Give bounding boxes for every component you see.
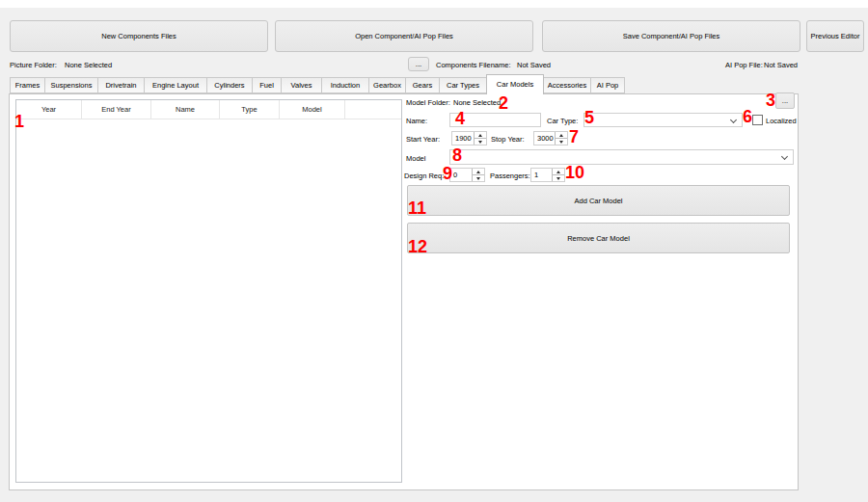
previous-editor-button[interactable]: Previous Editor [806,20,864,52]
spin-down-icon[interactable] [553,175,564,181]
add-car-model-label: Add Car Model [574,197,622,205]
annotation-7: 7 [569,128,579,145]
tab-drivetrain[interactable]: Drivetrain [97,77,145,93]
model-select[interactable] [449,149,794,165]
previous-editor-label: Previous Editor [811,32,860,40]
picture-folder-value: None Selected [65,60,112,70]
list-column-end-year[interactable]: End Year [82,100,151,119]
spin-up-icon[interactable] [475,132,486,139]
list-column-filler [345,100,401,119]
list-column-model[interactable]: Model [280,100,345,119]
name-label: Name: [406,116,427,126]
annotation-6: 6 [743,108,752,125]
design-req-spinner[interactable]: 0 [449,168,485,182]
add-car-model-button[interactable]: Add Car Model [407,185,790,216]
list-column-type[interactable]: Type [220,100,280,119]
ai-pop-file-label: AI Pop File: [725,60,763,70]
passengers-value: 1 [531,169,552,181]
spin-up-icon[interactable] [556,132,567,139]
car-models-list[interactable]: YearEnd YearNameTypeModel [15,99,402,483]
model-folder-browse-button[interactable]: ... [775,92,795,109]
open-components-files-button[interactable]: Open Component/AI Pop Files [275,20,533,52]
annotation-10: 10 [565,164,584,181]
save-components-files-button[interactable]: Save Component/AI Pop Files [542,20,800,52]
stop-year-value: 3000 [534,132,555,145]
tab-gearbox[interactable]: Gearbox [368,77,406,93]
tab-suspensions[interactable]: Suspensions [44,77,98,93]
picture-folder-browse-label: ... [416,60,422,68]
stop-year-spinner[interactable]: 3000 [533,131,568,145]
tab-fuel[interactable]: Fuel [252,77,282,93]
tab-induction[interactable]: Induction [321,77,369,93]
stop-year-label: Stop Year: [491,134,525,145]
design-req-updown [472,169,484,181]
model-label: Model [406,153,425,164]
annotation-12: 12 [408,238,427,255]
spin-down-icon[interactable] [475,139,486,145]
spin-up-icon[interactable] [553,169,564,175]
model-folder-label: Model Folder: [406,97,450,108]
model-folder-value: None Selected [453,97,501,108]
annotation-4: 4 [455,110,465,127]
ai-pop-file-value: Not Saved [764,60,798,70]
passengers-updown [552,169,564,181]
car-type-select[interactable] [583,113,743,127]
tab-cylinders[interactable]: Cylinders [206,77,253,93]
localized-checkbox[interactable] [752,115,763,125]
start-year-value: 1900 [452,132,474,145]
design-req-label: Design Req: [404,171,444,181]
annotation-2: 2 [499,94,508,112]
picture-folder-label: Picture Folder: [10,60,57,70]
stop-year-updown [555,132,567,145]
tab-engine-layout[interactable]: Engine Layout [144,77,207,93]
open-components-files-label: Open Component/AI Pop Files [355,32,453,40]
components-filename-value: Not Saved [517,60,551,70]
passengers-spinner[interactable]: 1 [530,168,565,182]
chevron-down-icon [730,117,737,123]
start-year-spinner[interactable]: 1900 [451,131,487,145]
tab-frames[interactable]: Frames [10,77,45,93]
localized-label: Localized [766,116,797,126]
passengers-label: Passengers: [490,171,530,181]
annotation-1: 1 [14,113,24,130]
save-components-files-label: Save Component/AI Pop Files [623,32,719,40]
spin-up-icon[interactable] [473,169,484,175]
remove-car-model-button[interactable]: Remove Car Model [407,223,790,253]
new-components-files-button[interactable]: New Components Files [10,20,268,52]
tab-strip: FramesSuspensionsDrivetrainEngine Layout… [10,77,625,97]
model-folder-browse-label: ... [782,96,788,105]
annotation-5: 5 [584,109,594,126]
remove-car-model-label: Remove Car Model [567,234,630,243]
tab-gears[interactable]: Gears [405,77,440,93]
start-year-updown [474,132,486,145]
annotation-11: 11 [408,199,426,217]
picture-folder-browse-button[interactable]: ... [408,57,429,71]
start-year-label: Start Year: [406,134,440,145]
annotation-3: 3 [766,92,775,109]
tab-ai-pop[interactable]: AI Pop [590,77,625,93]
annotation-8: 8 [452,146,462,164]
chevron-down-icon [781,153,788,160]
tab-car-models[interactable]: Car Models [486,74,544,94]
window-top-strip [0,0,868,8]
tab-valves[interactable]: Valves [281,77,322,93]
list-header: YearEnd YearNameTypeModel [16,100,401,119]
list-column-year[interactable]: Year [16,100,82,119]
design-req-value: 0 [450,169,472,181]
list-column-name[interactable]: Name [151,100,220,119]
components-filename-label: Components Filename: [436,60,511,70]
spin-down-icon[interactable] [556,139,567,145]
tab-car-types[interactable]: Car Types [439,77,487,93]
tab-accessories[interactable]: Accessories [543,77,591,93]
annotation-9: 9 [443,165,452,182]
new-components-files-label: New Components Files [101,32,176,40]
spin-down-icon[interactable] [473,175,484,181]
car-type-label: Car Type: [547,116,578,126]
